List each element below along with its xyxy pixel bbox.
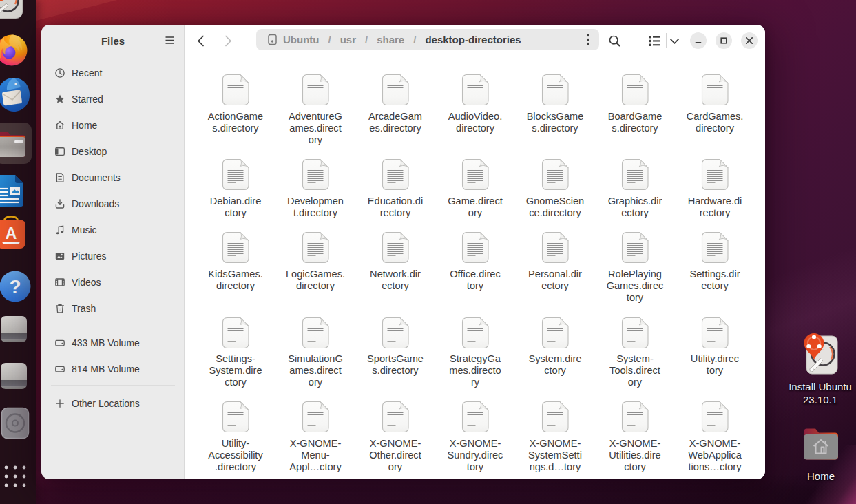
- svg-text:A: A: [6, 224, 17, 242]
- svg-text:?: ?: [9, 276, 21, 297]
